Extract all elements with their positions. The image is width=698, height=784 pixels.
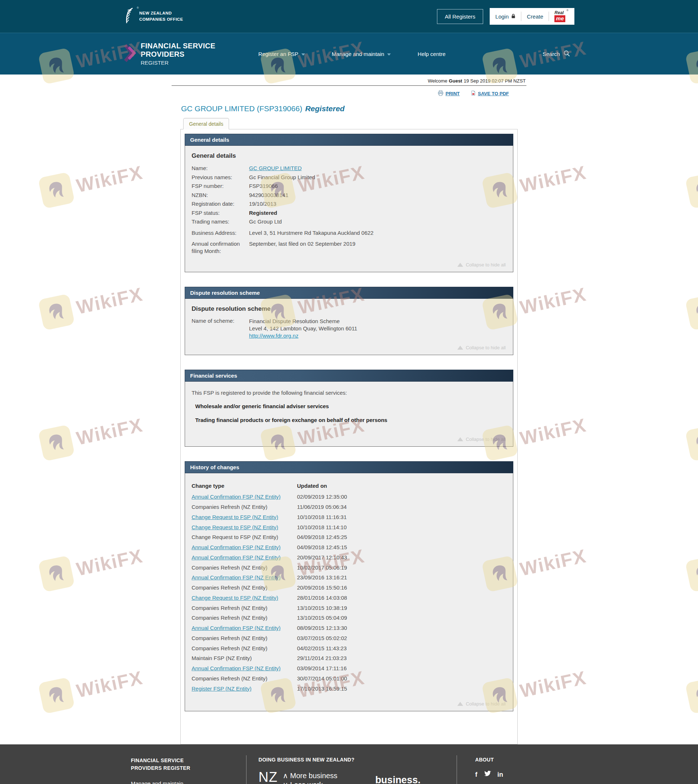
all-registers-button[interactable]: All Registers — [437, 9, 483, 24]
history-updated-on: 10/10/2018 11:14:10 — [297, 524, 347, 531]
history-row: Companies Refresh (NZ Entity) 11/06/2019… — [191, 504, 507, 511]
detail-label: Registration date: — [191, 200, 249, 208]
history-row: Maintain FSP (NZ Entity) 29/11/2014 21:0… — [191, 655, 507, 662]
login-link[interactable]: Login — [495, 13, 516, 20]
detail-row: Registration date: 19/10/2013 — [191, 200, 507, 208]
history-row: Companies Refresh (NZ Entity) 30/07/2014… — [191, 675, 507, 682]
history-updated-on: 04/09/2018 12:45:15 — [297, 544, 347, 551]
history-change-type[interactable]: Annual Confirmation FSP (NZ Entity) — [191, 625, 297, 632]
detail-label: Name: — [191, 165, 249, 172]
history-row: Companies Refresh (NZ Entity) 13/10/2015… — [191, 605, 507, 612]
detail-value: September, last filed on 02 September 20… — [249, 240, 507, 254]
general-details-heading: General details — [191, 152, 507, 160]
purple-chevron-icon — [124, 43, 136, 65]
history-change-type: Maintain FSP (NZ Entity) — [191, 655, 297, 662]
history-change-type[interactable]: Annual Confirmation FSP (NZ Entity) — [191, 494, 297, 501]
collapse-link[interactable]: Collapse to hide all — [191, 339, 507, 352]
history-change-type[interactable]: Annual Confirmation FSP (NZ Entity) — [191, 665, 297, 672]
footer-link[interactable]: Manage and maintain — [131, 781, 246, 784]
welcome-datetime: 19 Sep 2019 02:07 PM NZST — [464, 78, 526, 84]
triangle-up-icon — [457, 346, 463, 350]
footer-fsp-heading: FINANCIAL SERVICE PROVIDERS REGISTER — [131, 757, 215, 772]
history-updated-on: 03/09/2014 17:11:16 — [297, 665, 347, 672]
fsp-nav-bar: FINANCIAL SERVICE PROVIDERS REGISTER Reg… — [0, 33, 698, 74]
general-details-panel-header: General details — [185, 134, 513, 146]
detail-row: Trading names: Gc Group Ltd — [191, 218, 507, 226]
realme-logo[interactable]: Real me ® — [554, 10, 569, 22]
financial-service-item: Trading financial products or foreign ex… — [195, 417, 507, 423]
business-govt-nz-logo[interactable]: business. govt. nz — [375, 771, 421, 784]
detail-row: Previous names: Gc Financial Group Limit… — [191, 174, 507, 181]
print-link[interactable]: PRINT — [438, 90, 460, 97]
nzbn-logo[interactable]: NZ BN ∧ More business ∨ Less work NEW ZE… — [259, 771, 353, 784]
detail-row: Name: GC GROUP LIMITED — [191, 165, 507, 172]
search-icon — [563, 50, 570, 58]
nav-search[interactable]: Search — [543, 50, 570, 58]
history-change-type[interactable]: Change Request to FSP (NZ Entity) — [191, 514, 297, 521]
history-row: Companies Refresh (NZ Entity) 20/09/2016… — [191, 585, 507, 591]
history-change-type[interactable]: Annual Confirmation FSP (NZ Entity) — [191, 544, 297, 551]
financial-services-panel-header: Financial services — [185, 370, 513, 382]
facebook-icon[interactable]: f — [475, 771, 477, 778]
history-row: Companies Refresh (NZ Entity) 10/02/2017… — [191, 565, 507, 572]
triangle-up-icon — [457, 437, 463, 441]
tab-general-details[interactable]: General details — [183, 118, 229, 129]
history-updated-on: 13/10/2015 10:38:19 — [297, 605, 347, 612]
nav-item[interactable]: Manage and maintain — [332, 51, 391, 57]
collapse-link[interactable]: Collapse to hide all — [191, 431, 507, 443]
collapse-link[interactable]: Collapse to hide all — [191, 695, 507, 708]
history-change-type[interactable]: Annual Confirmation FSP (NZ Entity) — [191, 574, 297, 581]
history-change-type: Companies Refresh (NZ Entity) — [191, 504, 297, 511]
dispute-resolution-panel-header: Dispute resolution scheme — [185, 287, 513, 299]
detail-label: Annual confirmation filing Month: — [191, 240, 249, 254]
history-row: Annual Confirmation FSP (NZ Entity) 04/0… — [191, 544, 507, 551]
history-change-type: Change Request to FSP (NZ Entity) — [191, 534, 297, 541]
history-of-changes-panel: History of changes Change type Updated o… — [185, 461, 513, 711]
history-updated-on: 17/10/2013 16:59:15 — [297, 685, 347, 692]
history-row: Change Request to FSP (NZ Entity) 10/10/… — [191, 524, 507, 531]
history-updated-on: 04/02/2015 11:43:23 — [297, 645, 347, 652]
financial-service-item: Wholesale and/or generic financial advis… — [195, 403, 507, 409]
history-updated-on: 20/09/2017 12:10:43 — [297, 554, 347, 561]
divider — [549, 12, 549, 21]
welcome-bar: WelcomeGuest19 Sep 2019 02:07 PM NZST — [172, 74, 526, 86]
triangle-up-icon — [457, 263, 463, 267]
nav-item[interactable]: Register an FSP — [259, 51, 305, 57]
history-table-header: Change type Updated on — [191, 483, 507, 489]
history-row: Companies Refresh (NZ Entity) 03/07/2015… — [191, 635, 507, 642]
history-change-type: Companies Refresh (NZ Entity) — [191, 565, 297, 572]
nav-item-label: Manage and maintain — [332, 51, 384, 57]
entity-name-title: GC GROUP LIMITED (FSP319066) — [181, 104, 302, 113]
save-to-pdf-link[interactable]: SAVE TO PDF — [471, 90, 509, 97]
linkedin-icon[interactable]: in — [497, 771, 503, 778]
history-change-type: Companies Refresh (NZ Entity) — [191, 645, 297, 652]
scheme-value: Financial Dispute Resolution Scheme Leve… — [249, 318, 357, 339]
detail-value: FSP319066 — [249, 183, 507, 190]
collapse-link[interactable]: Collapse to hide all — [191, 256, 507, 269]
nav-item[interactable]: Help centre — [418, 51, 446, 57]
welcome-prefix: Welcome — [428, 78, 447, 84]
history-row: Annual Confirmation FSP (NZ Entity) 20/0… — [191, 554, 507, 561]
history-change-type[interactable]: Annual Confirmation FSP (NZ Entity) — [191, 554, 297, 561]
fsp-register-brand[interactable]: FINANCIAL SERVICE PROVIDERS REGISTER — [124, 42, 216, 66]
financial-services-intro: This FSP is registered to provide the fo… — [191, 390, 507, 396]
column-change-type: Change type — [191, 483, 297, 489]
history-row: Register FSP (NZ Entity) 17/10/2013 16:5… — [191, 685, 507, 692]
detail-value[interactable]: GC GROUP LIMITED — [249, 165, 507, 172]
detail-value: Level 3, 51 Hurstmere Rd Takapuna Auckla… — [249, 229, 507, 237]
history-row: Annual Confirmation FSP (NZ Entity) 03/0… — [191, 665, 507, 672]
twitter-icon[interactable] — [483, 771, 491, 779]
footer: FINANCIAL SERVICE PROVIDERS REGISTER Man… — [0, 744, 698, 784]
history-change-type[interactable]: Change Request to FSP (NZ Entity) — [191, 595, 297, 601]
companies-office-logo-text: NEW ZEALAND COMPANIES OFFICE — [139, 10, 183, 23]
history-change-type[interactable]: Change Request to FSP (NZ Entity) — [191, 524, 297, 531]
history-row: Change Request to FSP (NZ Entity) 28/01/… — [191, 595, 507, 601]
create-link[interactable]: Create — [527, 13, 543, 20]
history-updated-on: 30/07/2014 05:01:00 — [297, 675, 347, 682]
detail-label: Business Address: — [191, 229, 249, 237]
details-container: General details General details Name: GC… — [180, 129, 518, 744]
history-change-type: Companies Refresh (NZ Entity) — [191, 585, 297, 591]
companies-office-logo[interactable]: ® NEW ZEALAND COMPANIES OFFICE — [124, 7, 183, 26]
history-change-type[interactable]: Register FSP (NZ Entity) — [191, 685, 297, 692]
scheme-url-link[interactable]: http://www.fdr.org.nz — [249, 332, 357, 339]
